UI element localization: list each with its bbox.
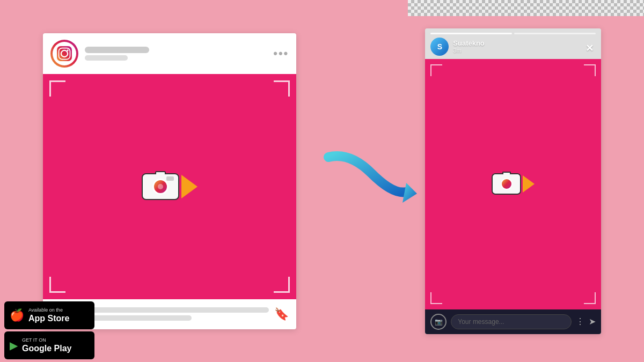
story-message-input[interactable]: Your message... (451, 314, 572, 329)
instagram-logo-inner (53, 42, 76, 65)
bracket-top-right (274, 80, 290, 97)
svg-point-2 (67, 49, 69, 51)
story-camera-notch (502, 172, 511, 174)
story-bracket-br (584, 292, 596, 304)
story-video-triangle (523, 175, 535, 193)
story-progress-bar-2 (514, 33, 596, 34)
bookmark-icon[interactable]: 🔖 (274, 307, 289, 321)
store-badges: 🍎 Available on the App Store ▶ GET IT ON… (4, 301, 94, 359)
svg-marker-4 (402, 183, 417, 203)
google-play-badge[interactable]: ▶ GET IT ON Google Play (4, 331, 94, 359)
camera-lens (152, 179, 169, 195)
story-close-button[interactable]: ✕ (586, 42, 594, 54)
story-bracket-tr (584, 64, 596, 76)
post-image (43, 74, 296, 299)
google-play-main-text: Google Play (22, 343, 71, 353)
checkered-background (408, 0, 644, 16)
instagram-logo-svg (57, 46, 72, 61)
arrow-svg (318, 146, 425, 216)
story-username: Suatekno (453, 39, 485, 47)
arrow-container (318, 146, 425, 216)
story-camera-wrap (492, 173, 535, 195)
instagram-post: ••• (43, 33, 296, 329)
story-camera-btn-icon: 📷 (435, 318, 443, 326)
story-bracket-tl (430, 64, 442, 76)
app-store-top-text: Available on the (28, 307, 69, 313)
story-header: S Suatekno 3m ✕ (430, 38, 596, 56)
instagram-logo-ring (50, 40, 78, 68)
post-user-info (85, 47, 267, 61)
camera-notch (155, 171, 166, 174)
story-avatar: S (430, 38, 449, 56)
apple-icon: 🍎 (10, 308, 24, 322)
story-progress-bar-1 (430, 33, 512, 34)
bracket-top-left (49, 80, 65, 97)
story-camera-body (492, 173, 521, 195)
main-container: 🍎 Available on the App Store ▶ GET IT ON… (0, 0, 644, 362)
story-camera-lens (501, 178, 513, 190)
story-progress-bars (430, 33, 596, 34)
post-header: ••• (43, 33, 296, 74)
bracket-bottom-right (274, 277, 290, 293)
story-more-dots[interactable]: ⋮ (576, 316, 584, 327)
story-content (425, 59, 601, 309)
google-play-icon: ▶ (10, 339, 18, 352)
story-message-placeholder: Your message... (458, 318, 504, 326)
story-camera-button[interactable]: 📷 (430, 314, 447, 330)
google-play-top-text: GET IT ON (22, 337, 71, 343)
video-triangle (181, 175, 197, 198)
instagram-story: S Suatekno 3m ✕ (425, 28, 601, 334)
story-user-info: Suatekno 3m (453, 39, 485, 54)
camera-viewfinder (166, 176, 174, 181)
post-more-dots[interactable]: ••• (273, 47, 289, 61)
google-play-text-wrap: GET IT ON Google Play (22, 337, 71, 353)
app-store-badge[interactable]: 🍎 Available on the App Store (4, 301, 94, 329)
app-store-text-wrap: Available on the App Store (28, 307, 69, 323)
story-top-bar: S Suatekno 3m ✕ (425, 28, 601, 59)
story-bracket-bl (430, 292, 442, 304)
bracket-bottom-left (49, 277, 65, 293)
story-time: 3m (453, 47, 485, 54)
app-store-main-text: App Store (28, 313, 69, 323)
usersub-placeholder (85, 55, 128, 61)
footer-bar-full (75, 307, 269, 313)
username-placeholder (85, 47, 149, 53)
story-bottom-bar: 📷 Your message... ⋮ ➤ (425, 309, 601, 334)
camera-icon-wrap (142, 173, 197, 200)
camera-body (142, 173, 179, 200)
footer-bar-wrap (75, 307, 269, 321)
story-send-button[interactable]: ➤ (589, 316, 596, 327)
